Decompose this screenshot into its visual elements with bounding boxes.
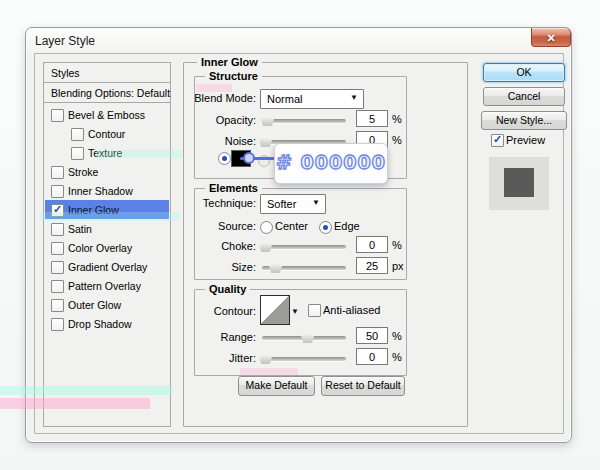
size-label: Size: xyxy=(170,261,256,273)
preview-thumbnail xyxy=(489,157,549,210)
inner-shadow-checkbox[interactable] xyxy=(51,185,64,198)
inner-glow-checkbox[interactable] xyxy=(51,204,64,217)
close-button[interactable]: ✕ xyxy=(531,28,571,47)
choke-slider[interactable] xyxy=(262,245,346,249)
preview-thumbnail-shape xyxy=(504,168,534,197)
anti-aliased-label: Anti-aliased xyxy=(323,304,380,316)
opacity-slider[interactable] xyxy=(262,119,346,123)
noise-unit: % xyxy=(392,134,402,146)
jitter-unit: % xyxy=(392,351,402,363)
sidebar-item-contour[interactable]: Contour xyxy=(45,124,169,143)
structure-legend: Structure xyxy=(205,70,262,82)
color-hex-tooltip: # 000000 xyxy=(274,143,388,184)
preview-checkbox[interactable] xyxy=(491,134,504,147)
choke-unit: % xyxy=(392,239,402,251)
size-unit: px xyxy=(392,260,404,272)
jitter-label: Jitter: xyxy=(170,352,256,364)
sidebar-item-satin[interactable]: Satin xyxy=(45,219,169,238)
screenshot-root: Layer Style ✕ Styles Blending Options: D… xyxy=(0,0,600,470)
sidebar-item-texture[interactable]: Texture xyxy=(45,143,169,162)
technique-dropdown[interactable]: Softer ▼ xyxy=(260,194,326,214)
quality-legend: Quality xyxy=(205,283,250,295)
preview-label: Preview xyxy=(506,134,545,146)
drop-shadow-checkbox[interactable] xyxy=(51,318,64,331)
inner-glow-group-title: Inner Glow xyxy=(197,56,262,68)
sidebar-item-stroke[interactable]: Stroke xyxy=(45,162,169,181)
range-slider[interactable] xyxy=(262,336,346,340)
sidebar-item-pattern-overlay[interactable]: Pattern Overlay xyxy=(45,276,169,295)
anti-aliased-checkbox[interactable] xyxy=(308,304,321,317)
choke-input[interactable] xyxy=(356,236,388,253)
source-label: Source: xyxy=(170,220,256,232)
satin-checkbox[interactable] xyxy=(51,223,64,236)
chevron-down-icon: ▼ xyxy=(312,198,320,207)
sidebar-item-outer-glow[interactable]: Outer Glow xyxy=(45,295,169,314)
texture-checkbox[interactable] xyxy=(71,147,84,160)
sidebar-item-gradient-overlay[interactable]: Gradient Overlay xyxy=(45,257,169,276)
dialog-titlebar[interactable]: Layer Style xyxy=(26,28,571,53)
opacity-unit: % xyxy=(392,113,402,125)
sidebar-item-color-overlay[interactable]: Color Overlay xyxy=(45,238,169,257)
new-style-button[interactable]: New Style... xyxy=(481,111,567,130)
blend-mode-label: Blend Mode: xyxy=(170,92,256,104)
dialog-title: Layer Style xyxy=(35,34,95,48)
elements-legend: Elements xyxy=(205,182,262,194)
noise-label: Noise: xyxy=(170,135,256,147)
technique-label: Technique: xyxy=(170,197,256,209)
contour-checkbox[interactable] xyxy=(71,128,84,141)
blend-mode-dropdown[interactable]: Normal ▼ xyxy=(260,89,364,109)
blending-options-label: Blending Options: Default xyxy=(51,87,170,99)
size-slider[interactable] xyxy=(262,266,346,270)
sidebar-item-inner-glow[interactable]: Inner Glow xyxy=(45,200,169,219)
color-overlay-checkbox[interactable] xyxy=(51,242,64,255)
make-default-button[interactable]: Make Default xyxy=(238,376,315,396)
source-edge-radio[interactable] xyxy=(319,221,332,234)
sidebar-item-drop-shadow[interactable]: Drop Shadow xyxy=(45,314,169,333)
contour-dropdown-icon[interactable]: ▼ xyxy=(291,307,299,316)
sidebar-item-inner-shadow[interactable]: Inner Shadow xyxy=(45,181,169,200)
gradient-overlay-checkbox[interactable] xyxy=(51,261,64,274)
source-center-radio[interactable] xyxy=(260,221,273,234)
styles-list: Bevel & Emboss Contour Texture Stroke In… xyxy=(43,102,171,427)
source-edge-label: Edge xyxy=(334,220,360,232)
opacity-input[interactable] xyxy=(356,110,388,127)
outer-glow-checkbox[interactable] xyxy=(51,299,64,312)
close-icon: ✕ xyxy=(546,32,555,44)
opacity-label: Opacity: xyxy=(170,114,256,126)
glow-color-radio[interactable] xyxy=(218,152,231,165)
source-center-label: Center xyxy=(275,220,308,232)
contour-label: Contour: xyxy=(170,305,256,317)
color-hex-value: # 000000 xyxy=(276,151,386,173)
styles-header-label: Styles xyxy=(51,67,80,79)
stroke-checkbox[interactable] xyxy=(51,166,64,179)
contour-picker[interactable] xyxy=(260,295,290,325)
size-input[interactable] xyxy=(356,257,388,274)
range-input[interactable] xyxy=(356,327,388,344)
pattern-overlay-checkbox[interactable] xyxy=(51,280,64,293)
chevron-down-icon: ▼ xyxy=(350,93,358,102)
range-label: Range: xyxy=(170,331,256,343)
ok-button[interactable]: OK xyxy=(483,63,565,82)
jitter-input[interactable] xyxy=(356,348,388,365)
jitter-slider[interactable] xyxy=(262,357,346,361)
color-callout-dot xyxy=(243,152,255,164)
choke-label: Choke: xyxy=(170,240,256,252)
sidebar-item-bevel-emboss[interactable]: Bevel & Emboss xyxy=(45,105,169,124)
range-unit: % xyxy=(392,330,402,342)
bevel-emboss-checkbox[interactable] xyxy=(51,109,64,122)
cancel-button[interactable]: Cancel xyxy=(483,87,565,106)
reset-to-default-button[interactable]: Reset to Default xyxy=(321,376,405,396)
